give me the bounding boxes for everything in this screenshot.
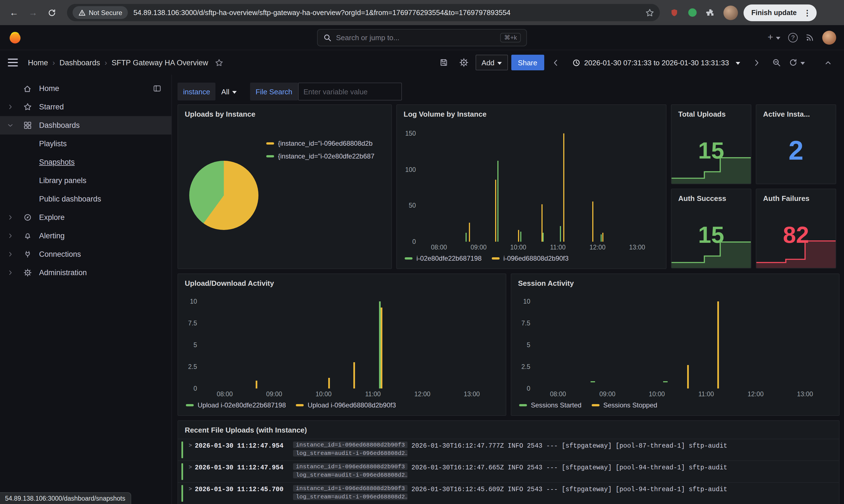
sidebar-item-snapshots[interactable]: Snapshots <box>0 153 172 172</box>
search-shortcut: ⌘+k <box>500 33 521 42</box>
sidebar-item-home[interactable]: Home <box>0 79 172 98</box>
browser-toolbar: ← → Not Secure 54.89.138.106:3000/d/sftp… <box>0 0 844 25</box>
instance-variable-select[interactable]: All <box>216 83 242 101</box>
sidebar-item-explore[interactable]: Explore <box>0 208 172 227</box>
not-secure-chip[interactable]: Not Secure <box>73 6 128 19</box>
search-icon <box>323 33 331 41</box>
data-bar <box>379 301 380 389</box>
pie-chart[interactable] <box>189 161 258 230</box>
chart-legend: Upload i-02e80dfe22b687198Upload i-096ed… <box>178 400 506 415</box>
help-icon[interactable]: ? <box>788 33 798 42</box>
data-bar <box>466 233 467 242</box>
instance-variable: instance All <box>178 83 242 101</box>
panel-title[interactable]: Recent File Uploads (with Instance) <box>178 421 839 436</box>
time-series-plot[interactable] <box>535 295 831 389</box>
browser-profile-avatar[interactable] <box>723 5 738 20</box>
legend-item[interactable]: Upload i-02e80dfe22b687198 <box>186 401 286 409</box>
legend-item[interactable]: Upload i-096ed68808d2b90f3 <box>296 401 396 409</box>
panel-title[interactable]: Auth Failures <box>756 189 836 205</box>
sidebar-item-alerting[interactable]: Alerting <box>0 227 172 245</box>
dock-menu-icon[interactable] <box>153 84 161 93</box>
zoom-out-icon[interactable] <box>768 55 785 70</box>
reload-icon[interactable] <box>43 4 60 21</box>
time-shift-back-icon[interactable] <box>547 55 564 70</box>
collapse-toolbar-icon[interactable] <box>820 55 836 70</box>
dashboard-settings-icon[interactable] <box>455 55 472 70</box>
data-bar <box>602 233 604 242</box>
data-bar <box>543 233 544 242</box>
panel-recent-file-uploads: Recent File Uploads (with Instance) > 20… <box>178 420 840 504</box>
log-row[interactable]: > 2026-01-30 11:12:47.954 instance_id=i-… <box>178 439 839 461</box>
log-expand-icon[interactable]: > <box>186 463 195 470</box>
legend-item[interactable]: i-096ed68808d2b90f3 <box>492 254 569 262</box>
address-bar[interactable]: Not Secure 54.89.138.106:3000/d/sftp-ha-… <box>67 4 660 21</box>
panel-title[interactable]: Upload/Download Activity <box>178 274 506 290</box>
chart-legend: i-02e80dfe22b687198i-096ed68808d2b90f3 <box>397 253 666 268</box>
sidebar-item-connections[interactable]: Connections <box>0 245 172 264</box>
time-series-plot[interactable] <box>201 295 498 389</box>
finish-update-button[interactable]: Finish update ⋮ <box>743 4 817 21</box>
panel-title[interactable]: Uploads by Instance <box>178 105 391 121</box>
data-bar <box>328 378 330 389</box>
breadcrumb-home[interactable]: Home <box>28 58 48 67</box>
sidebar-item-playlists[interactable]: Playlists <box>0 134 172 153</box>
search-input[interactable]: Search or jump to... ⌘+k <box>317 29 527 46</box>
panel-title[interactable]: Total Uploads <box>671 105 751 121</box>
bookmark-star-icon[interactable] <box>645 8 654 17</box>
legend-item[interactable]: Sessions Stopped <box>591 401 657 409</box>
log-row[interactable]: > 2026-01-30 11:12:47.954 instance_id=i-… <box>178 461 839 482</box>
save-dashboard-icon[interactable] <box>435 55 452 70</box>
x-axis: 08:0009:0010:0011:0012:0013:00 <box>420 242 658 253</box>
extensions-puzzle-icon[interactable] <box>702 5 718 20</box>
extension-green-icon[interactable] <box>684 5 700 20</box>
time-shift-forward-icon[interactable] <box>748 55 765 70</box>
time-range-picker[interactable]: 2026-01-30 07:31:33 to 2026-01-30 13:31:… <box>568 55 744 70</box>
panel-upload-download-activity: Upload/Download Activity 02.557.510 08:0… <box>178 273 506 416</box>
adblock-extension-icon[interactable] <box>666 5 682 20</box>
bell-icon <box>20 232 35 240</box>
add-menu-button[interactable]: + <box>768 32 780 43</box>
user-avatar[interactable] <box>822 31 836 44</box>
log-row[interactable]: > 2026-01-30 11:12:45.700 instance_id=i-… <box>178 482 839 504</box>
sidebar-item-starred[interactable]: Starred <box>0 98 172 116</box>
legend-item[interactable]: {instance_id="i-02e80dfe22b687 <box>266 152 375 160</box>
log-expand-icon[interactable]: > <box>186 442 195 449</box>
legend-marker <box>296 404 304 406</box>
instance-variable-label: instance <box>178 83 216 101</box>
y-axis: 02.557.510 <box>181 295 201 389</box>
sidebar-item-library-panels[interactable]: Library panels <box>0 172 172 190</box>
gear-icon <box>20 268 35 277</box>
mega-menu-icon[interactable] <box>8 59 18 67</box>
grafana-logo[interactable] <box>8 30 22 44</box>
file-search-input[interactable] <box>298 83 402 101</box>
forward-icon[interactable]: → <box>24 4 41 21</box>
legend-item[interactable]: Sessions Started <box>519 401 581 409</box>
data-bar <box>560 226 561 242</box>
nav-sidebar: Home Starred Dashboards Playlists Snapsh… <box>0 75 172 504</box>
legend-item[interactable]: {instance_id="i-096ed68808d2b <box>266 140 375 147</box>
favorite-star-icon[interactable] <box>215 58 223 67</box>
data-bar <box>717 301 719 389</box>
refresh-icon[interactable] <box>788 55 805 70</box>
time-series-plot[interactable] <box>420 126 658 242</box>
legend-marker <box>405 257 413 259</box>
sidebar-item-public-dashboards[interactable]: Public dashboards <box>0 190 172 208</box>
legend-item[interactable]: i-02e80dfe22b687198 <box>405 254 482 262</box>
back-icon[interactable]: ← <box>5 4 22 21</box>
stat-panel-auth-failures: Auth Failures 82 <box>756 188 836 268</box>
grafana-header: Search or jump to... ⌘+k + ? <box>0 25 844 50</box>
sidebar-item-administration[interactable]: Administration <box>0 264 172 282</box>
panel-title[interactable]: Active Insta... <box>756 105 836 121</box>
add-panel-button[interactable]: Add <box>475 55 508 70</box>
panel-title[interactable]: Auth Success <box>671 189 751 205</box>
legend-marker <box>266 155 274 157</box>
finish-update-label: Finish update <box>751 8 797 16</box>
breadcrumb-dashboards[interactable]: Dashboards <box>59 58 100 67</box>
sidebar-item-dashboards[interactable]: Dashboards <box>0 116 172 134</box>
news-icon[interactable] <box>806 33 814 42</box>
share-button[interactable]: Share <box>511 55 544 70</box>
log-expand-icon[interactable]: > <box>186 485 195 492</box>
panel-title[interactable]: Session Activity <box>511 274 839 290</box>
panel-title[interactable]: Log Volume by Instance <box>397 105 666 121</box>
browser-menu-icon[interactable]: ⋮ <box>801 8 813 17</box>
